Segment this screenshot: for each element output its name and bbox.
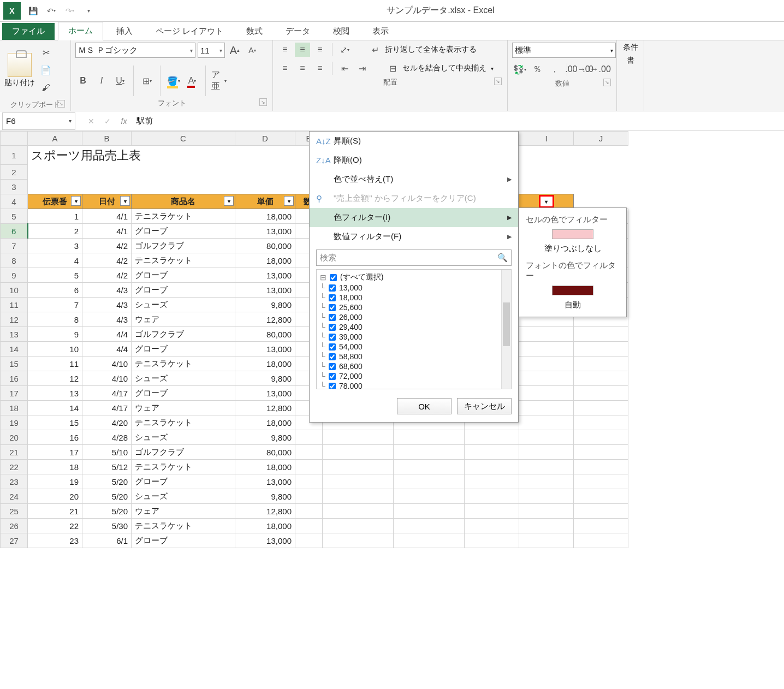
cell[interactable] [295,533,323,548]
filter-value-label[interactable]: 78,000 [339,382,363,389]
cell[interactable] [394,430,465,445]
cell[interactable]: 18,000 [235,519,295,533]
cell[interactable] [323,519,394,533]
cell[interactable]: 13,000 [235,386,295,401]
cell[interactable]: 5/30 [82,519,132,533]
underline-button[interactable]: U▾ [112,74,128,88]
cell[interactable] [465,460,519,474]
cell[interactable]: 12,800 [235,504,295,519]
cell[interactable]: テニスラケット [132,415,235,430]
cell[interactable]: 22 [28,519,82,533]
cell[interactable]: 21 [28,504,82,519]
cell[interactable]: 20 [28,489,82,504]
cell[interactable] [323,489,394,504]
cell[interactable]: グローブ [132,342,235,357]
row-header[interactable]: 22 [1,460,28,474]
copy-icon[interactable]: 📄 [38,63,54,78]
cell[interactable]: 6 [28,283,82,298]
filter-value-checkbox[interactable] [329,304,336,311]
dialog-launcher-icon[interactable]: ↘ [57,100,65,108]
cell[interactable]: 9,800 [235,298,295,312]
cell[interactable] [519,371,574,386]
cell[interactable]: テニスラケット [132,253,235,268]
cell[interactable]: 13,000 [235,342,295,357]
cell[interactable]: 18,000 [235,460,295,474]
decrease-font-icon[interactable]: A▾ [245,43,260,57]
cell[interactable] [574,357,628,371]
cell[interactable] [574,519,628,533]
cell[interactable]: 13 [28,386,82,401]
cell[interactable] [394,460,465,474]
cell[interactable]: 5/20 [82,474,132,489]
cell[interactable]: 18,000 [235,253,295,268]
cell[interactable]: 4/1 [82,224,132,239]
font-color-swatch[interactable] [552,286,593,295]
cell[interactable] [574,430,628,445]
cell[interactable] [394,474,465,489]
tab-pagelayout[interactable]: ページ レイアウト [146,23,233,40]
number-format-combo[interactable]: 標準▾ [512,43,616,58]
cell[interactable]: 1 [28,209,82,224]
increase-indent-icon[interactable]: ⇥ [354,61,370,75]
row-header[interactable]: 17 [1,386,28,401]
cell[interactable]: 13,000 [235,283,295,298]
qat-customize-icon[interactable]: ▾ [83,5,94,16]
cell[interactable]: 4/10 [82,357,132,371]
sort-by-color-item[interactable]: 色で並べ替え(T) [310,170,518,189]
cell[interactable]: 4/4 [82,327,132,342]
cell[interactable] [295,474,323,489]
cell[interactable] [519,401,574,415]
merge-center-icon[interactable]: ⊟ [385,61,400,75]
filter-value-label[interactable]: 18,000 [339,293,363,302]
cell[interactable] [574,401,628,415]
filter-value-label[interactable]: 13,000 [339,283,363,292]
cell[interactable] [295,504,323,519]
row-header[interactable]: 11 [1,298,28,312]
comma-icon[interactable]: ， [547,62,562,76]
ok-button[interactable]: OK [397,398,452,414]
cell[interactable]: 3 [28,239,82,253]
percent-icon[interactable]: ％ [530,62,545,76]
filter-value-checkbox[interactable] [329,284,336,292]
cell[interactable] [394,489,465,504]
cell[interactable] [394,533,465,548]
filter-value-label[interactable]: 68,600 [339,362,363,371]
cell[interactable] [465,533,519,548]
row-header[interactable]: 24 [1,489,28,504]
cell[interactable]: 4/4 [82,342,132,357]
column-header[interactable]: A [28,132,82,146]
conditional-formatting-label[interactable]: 条件 [623,43,638,52]
format-painter-icon[interactable]: 🖌 [38,81,54,95]
column-header[interactable]: J [574,132,628,146]
dialog-launcher-icon[interactable]: ↘ [259,98,267,106]
row-header[interactable]: 18 [1,401,28,415]
decrease-indent-icon[interactable]: ⇤ [337,61,352,75]
cell[interactable] [574,489,628,504]
cell[interactable]: 4/2 [82,268,132,283]
align-left-icon[interactable]: ≡ [277,61,293,75]
cell[interactable] [295,489,323,504]
cell[interactable] [519,386,574,401]
cell[interactable]: 4/1 [82,209,132,224]
cell[interactable] [323,430,394,445]
font-size-combo[interactable]: 11▾ [198,43,225,58]
filter-button[interactable]: ▾ [120,196,130,206]
cell[interactable]: 12,800 [235,401,295,415]
italic-button[interactable]: I [94,74,109,88]
tab-insert[interactable]: 挿入 [106,23,142,40]
cell[interactable] [323,504,394,519]
auto-color-item[interactable]: 自動 [519,296,626,313]
cell[interactable]: 4/17 [82,386,132,401]
cell[interactable]: 4/10 [82,371,132,386]
cell[interactable] [323,474,394,489]
cell[interactable] [574,415,628,430]
filter-value-checkbox[interactable] [329,353,336,360]
tab-data[interactable]: データ [276,23,320,40]
filter-value-checkbox[interactable] [329,334,336,341]
row-header[interactable]: 13 [1,327,28,342]
cell[interactable]: 4/3 [82,283,132,298]
cell[interactable]: 18,000 [235,357,295,371]
cell[interactable] [394,445,465,460]
cell[interactable]: テニスラケット [132,460,235,474]
cell[interactable] [295,445,323,460]
